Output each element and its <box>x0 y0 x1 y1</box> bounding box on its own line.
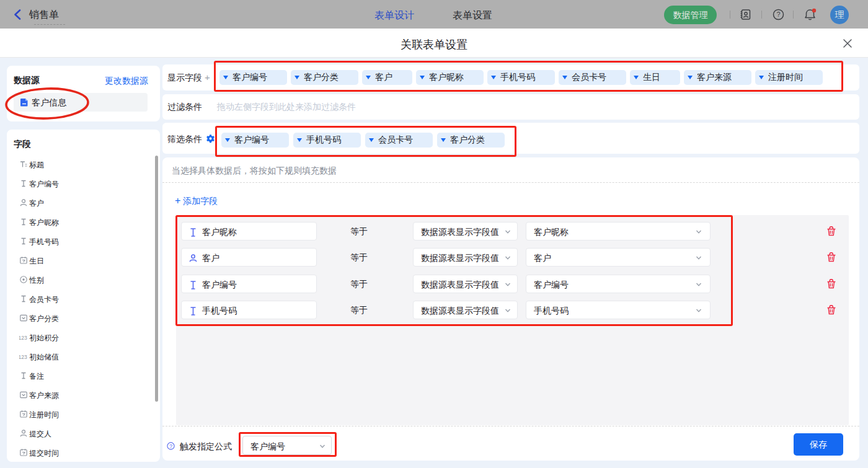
svg-text:?: ? <box>169 443 172 449</box>
svg-text:123: 123 <box>19 335 27 341</box>
svg-text:123: 123 <box>19 354 27 360</box>
svg-text:?: ? <box>776 11 780 18</box>
